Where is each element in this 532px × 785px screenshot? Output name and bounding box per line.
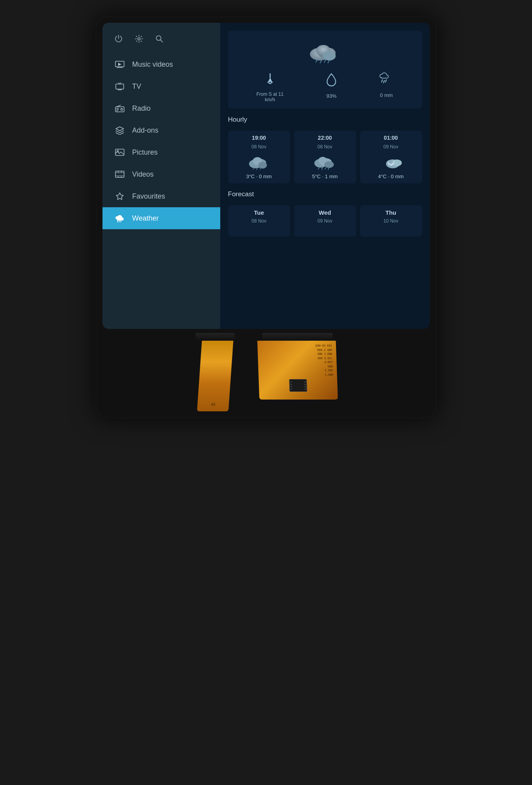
current-weather-card: From S at 11 km/h 93% bbox=[228, 31, 422, 109]
forecast-card-0[interactable]: Tue 08 Nov bbox=[228, 205, 290, 237]
ic-chip bbox=[289, 379, 307, 392]
music-videos-icon bbox=[114, 59, 125, 70]
forecast-card-2[interactable]: Thu 10 Nov bbox=[360, 205, 422, 237]
hour-temp-0: 3°C · 0 mm bbox=[246, 173, 272, 179]
right-ribbon-text: Q40-O3 K01DD0.1 UDDGND 7.GNDSDA 5.SCL4.R… bbox=[315, 344, 333, 377]
precipitation-icon bbox=[379, 72, 393, 90]
videos-label: Videos bbox=[132, 170, 154, 179]
forecast-day-0: Tue bbox=[254, 209, 264, 216]
sidebar-item-music-videos[interactable]: Music videos bbox=[102, 53, 220, 75]
left-ribbon-label: 45 bbox=[210, 402, 216, 407]
power-icon[interactable] bbox=[114, 35, 123, 46]
svg-line-23 bbox=[386, 80, 386, 82]
tv-icon bbox=[114, 81, 125, 92]
radio-icon bbox=[114, 103, 125, 114]
addons-label: Add-ons bbox=[132, 126, 159, 135]
svg-line-37 bbox=[325, 167, 326, 169]
humidity-label: 93% bbox=[326, 93, 336, 99]
sidebar: Music videos TV bbox=[102, 23, 220, 329]
precipitation-label: 0 mm bbox=[380, 92, 393, 98]
svg-point-12 bbox=[323, 51, 335, 60]
hardware-area: 45 Q40-O3 K01DD0.1 UDDGND 7.GNDSDA 5.SCL… bbox=[102, 329, 430, 411]
forecast-date-0: 08 Nov bbox=[251, 218, 266, 224]
hourly-section-header: Hourly bbox=[228, 114, 422, 125]
sidebar-item-addons[interactable]: Add-ons bbox=[102, 119, 220, 141]
screen-inner: Music videos TV bbox=[102, 23, 430, 329]
sidebar-top-icons bbox=[102, 31, 220, 53]
wind-label: From S at 11 km/h bbox=[256, 91, 283, 102]
left-connector: 45 bbox=[196, 333, 235, 411]
hour-date-1: 08 Nov bbox=[317, 144, 332, 150]
forecast-section-header: Forecast bbox=[228, 189, 422, 200]
main-cloud-icon bbox=[307, 37, 343, 64]
forecast-date-1: 09 Nov bbox=[317, 218, 332, 224]
hourly-cards: 19:00 08 Nov bbox=[228, 131, 422, 183]
svg-rect-8 bbox=[115, 171, 124, 177]
settings-icon[interactable] bbox=[135, 35, 143, 46]
svg-line-14 bbox=[320, 60, 322, 63]
svg-line-16 bbox=[328, 60, 329, 63]
device-frame: Music videos TV bbox=[95, 16, 437, 418]
sidebar-item-videos[interactable]: Videos bbox=[102, 163, 220, 185]
hour-date-2: 09 Nov bbox=[383, 144, 398, 150]
svg-point-20 bbox=[269, 81, 271, 84]
sidebar-item-tv[interactable]: TV bbox=[102, 75, 220, 97]
wind-stat: From S at 11 km/h bbox=[256, 72, 283, 102]
weather-icon bbox=[114, 213, 125, 224]
pictures-label: Pictures bbox=[132, 148, 158, 157]
addons-icon bbox=[114, 125, 125, 136]
screen: Music videos TV bbox=[102, 23, 430, 329]
hour-time-0: 19:00 bbox=[252, 135, 266, 141]
hour-date-0: 08 Nov bbox=[251, 144, 266, 150]
svg-line-15 bbox=[324, 60, 326, 62]
precipitation-stat: 0 mm bbox=[379, 72, 393, 102]
music-videos-label: Music videos bbox=[132, 60, 173, 69]
forecast-day-2: Thu bbox=[386, 209, 397, 216]
favourites-icon bbox=[114, 191, 125, 202]
humidity-icon bbox=[325, 72, 338, 91]
sidebar-item-weather[interactable]: Weather bbox=[102, 207, 220, 229]
videos-icon bbox=[114, 169, 125, 180]
svg-point-7 bbox=[117, 150, 119, 152]
forecast-day-1: Wed bbox=[319, 209, 331, 216]
sidebar-item-radio[interactable]: Radio bbox=[102, 97, 220, 119]
main-content: From S at 11 km/h 93% bbox=[220, 23, 430, 329]
svg-line-36 bbox=[322, 167, 323, 170]
svg-point-5 bbox=[121, 108, 122, 110]
hour-card-1[interactable]: 22:00 08 Nov bbox=[294, 131, 356, 183]
sidebar-nav: Music videos TV bbox=[102, 53, 220, 321]
svg-point-27 bbox=[258, 162, 267, 168]
tv-label: TV bbox=[132, 82, 141, 91]
hour-temp-2: 4°C · 0 mm bbox=[378, 173, 404, 179]
hour-cloud-2 bbox=[379, 153, 403, 170]
weather-label: Weather bbox=[132, 214, 159, 223]
forecast-card-1[interactable]: Wed 09 Nov bbox=[294, 205, 356, 237]
humidity-stat: 93% bbox=[325, 72, 338, 102]
right-connector: Q40-O3 K01DD0.1 UDDGND 7.GNDSDA 5.SCL4.R… bbox=[258, 333, 337, 411]
weather-stats: From S at 11 km/h 93% bbox=[236, 72, 414, 102]
svg-rect-3 bbox=[116, 84, 124, 89]
hour-cloud-1 bbox=[313, 153, 337, 170]
svg-line-22 bbox=[384, 80, 384, 83]
forecast-cards: Tue 08 Nov Wed 09 Nov Thu 10 Nov bbox=[228, 205, 422, 237]
radio-label: Radio bbox=[132, 104, 151, 113]
svg-line-21 bbox=[382, 80, 382, 82]
hour-cloud-0 bbox=[247, 153, 271, 170]
pictures-icon bbox=[114, 147, 125, 158]
sidebar-item-pictures[interactable]: Pictures bbox=[102, 141, 220, 163]
hour-time-1: 22:00 bbox=[318, 135, 332, 141]
hour-time-2: 01:00 bbox=[384, 135, 398, 141]
hour-card-0[interactable]: 19:00 08 Nov bbox=[228, 131, 290, 183]
wind-icon bbox=[263, 72, 277, 89]
favourites-label: Favourites bbox=[132, 192, 165, 201]
hour-temp-1: 5°C · 1 mm bbox=[312, 173, 338, 179]
sidebar-item-favourites[interactable]: Favourites bbox=[102, 185, 220, 207]
svg-point-0 bbox=[138, 38, 140, 40]
forecast-date-2: 10 Nov bbox=[383, 218, 398, 224]
search-icon[interactable] bbox=[155, 35, 164, 46]
hour-card-2[interactable]: 01:00 09 Nov 4°C · 0 mm bbox=[360, 131, 422, 183]
